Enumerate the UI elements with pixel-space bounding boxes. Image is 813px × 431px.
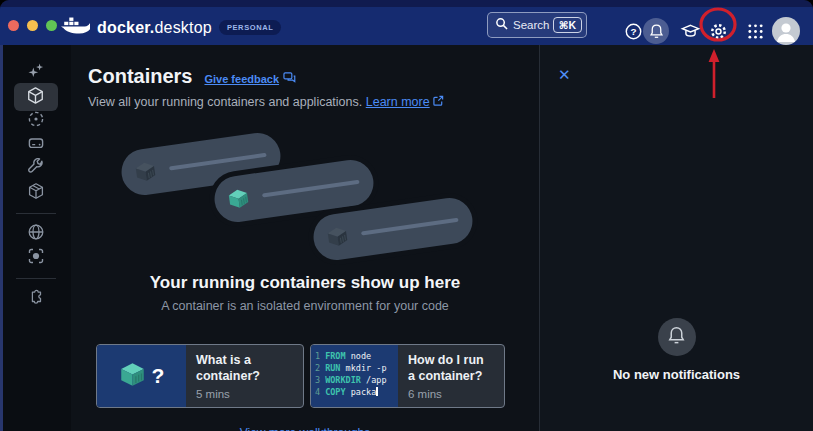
scout-scan-icon xyxy=(27,247,45,269)
close-panel-icon[interactable]: ✕ xyxy=(558,66,571,84)
sidebar-item-images[interactable] xyxy=(14,109,58,133)
puzzle-icon xyxy=(27,288,45,310)
more-walkthroughs-link[interactable]: View more walkthroughs xyxy=(71,426,539,431)
window-left-edge xyxy=(0,45,3,431)
card-what-is-a-container[interactable]: ? What is a container? 5 mins xyxy=(96,344,304,408)
account-avatar[interactable] xyxy=(772,17,800,45)
give-feedback-link[interactable]: Give feedback xyxy=(204,72,296,86)
sidebar-item-containers[interactable] xyxy=(14,83,58,111)
sidebar-item-docker-scout[interactable] xyxy=(14,246,58,270)
empty-state-headline: Your running containers show up here xyxy=(71,273,539,293)
brand: docker.desktop PERSONAL xyxy=(60,15,281,40)
search-shortcut-badge: ⌘K xyxy=(553,17,582,33)
card-title: What is a container? xyxy=(196,352,293,385)
sidebar-item-builds[interactable] xyxy=(14,157,58,181)
close-window-button[interactable] xyxy=(8,20,19,31)
sidebar-item-extensions[interactable] xyxy=(14,287,58,311)
learning-center-icon[interactable] xyxy=(677,18,703,44)
sidebar-item-models[interactable] xyxy=(14,181,58,205)
svg-text:?: ? xyxy=(630,26,636,37)
window-controls xyxy=(8,20,57,31)
empty-bell-badge xyxy=(658,318,696,356)
card-title: How do I run a container? xyxy=(408,352,494,385)
app-header: docker.desktop PERSONAL Search ⌘K ? xyxy=(0,7,813,45)
sparkles-icon xyxy=(27,62,45,84)
gray-cube-icon xyxy=(325,224,350,253)
titlebar-top-strip xyxy=(0,0,813,7)
brand-wordmark: docker.desktop xyxy=(97,19,212,37)
sidebar-divider xyxy=(16,278,56,279)
learn-more-link[interactable]: Learn more xyxy=(366,95,430,109)
page-subtitle: View all your running containers and app… xyxy=(88,95,444,109)
containers-page: Containers Give feedback View all your r… xyxy=(71,45,539,431)
card-visual: ? xyxy=(97,345,186,407)
empty-state-illustration xyxy=(71,138,539,268)
page-title: Containers xyxy=(88,65,192,88)
notifications-bell-icon[interactable] xyxy=(643,18,669,44)
no-notifications-text: No new notifications xyxy=(540,367,813,382)
sidebar-item-docker-hub[interactable] xyxy=(14,222,58,246)
docker-desktop-window: docker.desktop PERSONAL Search ⌘K ? xyxy=(0,0,813,431)
code-line: 4COPY packa xyxy=(315,386,387,398)
card-code-snippet: 1FROM node 2RUN mkdir -p 3WORKDIR /app 4… xyxy=(311,345,398,407)
notifications-panel: ✕ No new notifications xyxy=(540,45,813,431)
card-duration: 5 mins xyxy=(196,388,293,400)
text-cursor xyxy=(376,387,378,396)
gray-cube-icon xyxy=(133,159,158,188)
walkthrough-cards: ? What is a container? 5 mins 1FROM node… xyxy=(96,344,505,408)
sidebar xyxy=(0,45,71,431)
external-link-icon xyxy=(433,95,444,109)
personal-plan-badge: PERSONAL xyxy=(219,20,281,35)
search-icon xyxy=(495,16,508,34)
teal-cube-icon xyxy=(226,186,251,215)
wrench-icon xyxy=(27,158,45,180)
images-icon xyxy=(27,110,45,132)
card-duration: 6 mins xyxy=(408,388,494,400)
docker-whale-icon xyxy=(60,15,90,40)
maximize-window-button[interactable] xyxy=(46,20,57,31)
sidebar-item-ask-gordon[interactable] xyxy=(14,61,58,85)
feedback-chat-icon xyxy=(283,72,296,86)
minimize-window-button[interactable] xyxy=(27,20,38,31)
volumes-drive-icon xyxy=(27,134,45,156)
teal-cube-icon xyxy=(119,361,146,392)
apps-grid-icon[interactable] xyxy=(742,18,768,44)
search-input[interactable]: Search ⌘K xyxy=(487,12,587,38)
bell-icon xyxy=(666,325,687,350)
question-mark: ? xyxy=(152,364,165,388)
sidebar-item-volumes[interactable] xyxy=(14,133,58,157)
container-cube-icon xyxy=(26,86,45,109)
code-line: 1FROM node xyxy=(315,350,387,362)
code-line: 2RUN mkdir -p xyxy=(315,362,387,374)
search-placeholder: Search xyxy=(513,19,553,31)
settings-gear-icon[interactable] xyxy=(705,18,731,44)
sidebar-divider xyxy=(16,213,56,214)
empty-state-subtext: A container is an isolated environment f… xyxy=(71,299,539,313)
package-icon xyxy=(27,182,45,204)
globe-icon xyxy=(27,223,45,245)
code-line: 3WORKDIR /app xyxy=(315,374,387,386)
card-how-do-i-run-a-container[interactable]: 1FROM node 2RUN mkdir -p 3WORKDIR /app 4… xyxy=(310,344,505,408)
